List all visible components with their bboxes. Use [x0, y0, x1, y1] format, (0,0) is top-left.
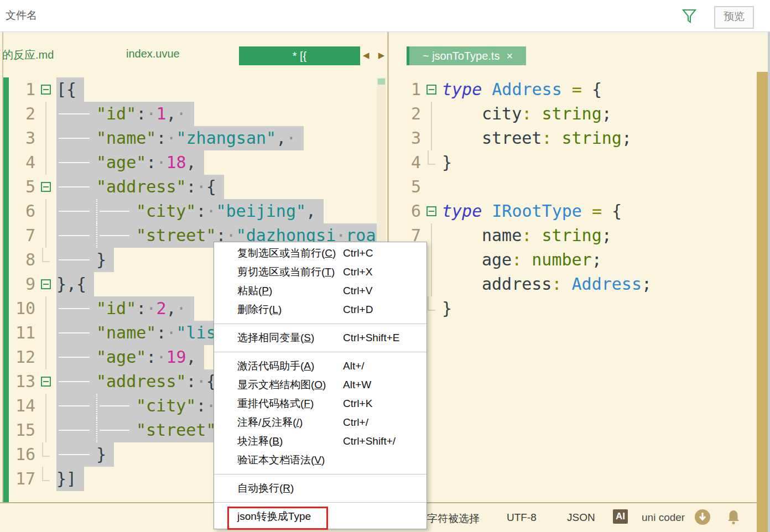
menu-shortcut: Ctrl+Shift+/ — [343, 432, 396, 451]
fold-guide-line — [45, 394, 46, 418]
menu-item-F[interactable]: 重排代码格式(F)Ctrl+K — [214, 394, 426, 413]
menu-item-A[interactable]: 激活代码助手(A)Alt+/ — [214, 357, 426, 375]
gutter-cell — [35, 345, 56, 369]
code-text: "id":·1,· — [56, 102, 194, 126]
code-line[interactable]: 8age: number; — [389, 248, 756, 272]
line-number: 5 — [389, 175, 421, 199]
code-line[interactable]: 1type Address = { — [389, 77, 756, 102]
filename-column-header: 文件名 — [6, 8, 37, 23]
code-text: "age":·19, — [56, 345, 204, 369]
menu-item-T[interactable]: 剪切选区或当前行(T)Ctrl+X — [214, 263, 426, 281]
menu-shortcut: Ctrl+Shift+E — [343, 328, 399, 347]
code-line[interactable]: 6"city":·"beijing", — [3, 199, 377, 223]
gutter-cell — [35, 467, 56, 491]
ai-badge[interactable]: AI — [613, 509, 628, 524]
code-line[interactable]: 9address: Address; — [389, 272, 756, 296]
fold-guide-line — [431, 223, 432, 248]
code-line[interactable]: 2city: string; — [389, 102, 756, 126]
fold-icon[interactable] — [426, 85, 436, 95]
code-text: "address":·{ — [56, 369, 224, 394]
gutter-cell — [421, 150, 442, 175]
fold-guide-corner — [42, 442, 50, 457]
fold-icon[interactable] — [41, 279, 51, 289]
code-line[interactable]: 10} — [389, 296, 756, 321]
code-line[interactable]: 6type IRootType = { — [389, 199, 756, 223]
menu-separator — [214, 324, 426, 324]
code-line[interactable]: 3street: string; — [389, 126, 756, 150]
fold-icon[interactable] — [41, 85, 51, 95]
code-text: } — [442, 296, 452, 321]
tab-active-json[interactable]: * [{ — [239, 46, 360, 65]
gutter-cell — [35, 442, 56, 467]
gutter-cell — [35, 199, 56, 223]
code-text: name: string; — [442, 223, 612, 248]
menu-item-V[interactable]: 验证本文档语法(V) — [214, 451, 426, 470]
tab-index-uvue[interactable]: index.uvue — [126, 48, 180, 60]
menu-separator — [214, 352, 426, 352]
code-line[interactable]: 7name: string; — [389, 223, 756, 248]
fold-guide-line — [431, 126, 432, 150]
code-line[interactable]: 1[{ — [3, 77, 377, 102]
code-line[interactable]: 2"id":·1,· — [3, 102, 377, 126]
code-text: },{ — [56, 272, 94, 296]
gutter-cell — [35, 126, 56, 150]
status-encoding[interactable]: UTF-8 — [507, 512, 537, 524]
code-text: "id":·2,· — [56, 296, 194, 321]
right-code-pane[interactable]: 1type Address = {2city: string;3street: … — [389, 77, 756, 502]
gutter-cell — [35, 418, 56, 442]
menu-item-R[interactable]: 自动换行(R) — [214, 479, 426, 498]
window-scrollbar-track — [768, 32, 770, 532]
menu-shortcut: Alt+/ — [343, 357, 365, 375]
line-number: 6 — [389, 199, 421, 223]
code-line[interactable]: 5"address":·{ — [3, 175, 377, 199]
code-line[interactable]: 4} — [389, 150, 756, 175]
code-line[interactable]: 4"age":·18, — [3, 150, 377, 175]
menu-item-B[interactable]: 块注释(B)Ctrl+Shift+/ — [214, 432, 426, 451]
menu-shortcut: Ctrl+/ — [343, 413, 368, 432]
fold-icon[interactable] — [41, 377, 51, 387]
menu-separator — [214, 474, 426, 474]
status-filetype[interactable]: JSON — [567, 512, 595, 524]
gutter-cell — [35, 296, 56, 321]
tab-label: ~ jsonToType.ts — [423, 50, 500, 62]
status-selection-text: 字符被选择 — [427, 512, 480, 526]
menu-item-O[interactable]: 显示文档结构图(O)Alt+W — [214, 375, 426, 394]
fold-guide-corner — [428, 150, 435, 165]
filter-icon[interactable] — [682, 9, 696, 24]
gutter-cell — [35, 175, 56, 199]
tab-jsontotype-ts[interactable]: ~ jsonToType.ts× — [407, 46, 526, 65]
gutter-cell — [421, 175, 442, 199]
menu-item-C[interactable]: 复制选区或当前行(C)Ctrl+C — [214, 244, 426, 263]
code-text: "address":·{ — [56, 175, 224, 199]
left-scrollbar-thumb[interactable] — [378, 79, 385, 85]
preview-button[interactable]: 预览 — [714, 6, 754, 29]
tab-scroll-arrows[interactable]: ◀ ▶ — [363, 50, 388, 60]
code-line[interactable]: 3"name":·"zhangsan",· — [3, 126, 377, 150]
menu-item-P[interactable]: 粘贴(P)Ctrl+V — [214, 281, 426, 300]
fold-icon[interactable] — [426, 206, 436, 216]
gutter-cell — [35, 150, 56, 175]
right-scrollbar-thumb[interactable] — [757, 72, 768, 532]
fold-icon[interactable] — [41, 182, 51, 192]
close-icon[interactable]: × — [506, 50, 513, 62]
bell-icon[interactable] — [726, 509, 741, 528]
gutter-cell — [35, 102, 56, 126]
code-text: "city":·"beijing", — [56, 199, 324, 223]
code-text: } — [56, 248, 114, 272]
code-text: type IRootType = { — [442, 199, 622, 223]
fold-guide-line — [431, 102, 432, 126]
gutter-cell — [421, 199, 442, 223]
fold-guide-line — [45, 199, 46, 223]
gutter-cell — [35, 321, 56, 345]
menu-item-/[interactable]: 注释/反注释(/)Ctrl+/ — [214, 413, 426, 432]
code-line[interactable]: 5 — [389, 175, 756, 199]
code-text: type Address = { — [442, 77, 602, 102]
fold-guide-line — [431, 272, 432, 296]
tab-md-file[interactable]: 的反应.md — [2, 48, 54, 62]
gutter-cell — [421, 126, 442, 150]
download-icon[interactable] — [694, 509, 711, 528]
menu-item-S[interactable]: 选择相同变量(S)Ctrl+Shift+E — [214, 328, 426, 347]
fold-guide-line — [45, 296, 46, 321]
fold-guide-line — [45, 345, 46, 369]
menu-item-L[interactable]: 删除行(L)Ctrl+D — [214, 300, 426, 319]
